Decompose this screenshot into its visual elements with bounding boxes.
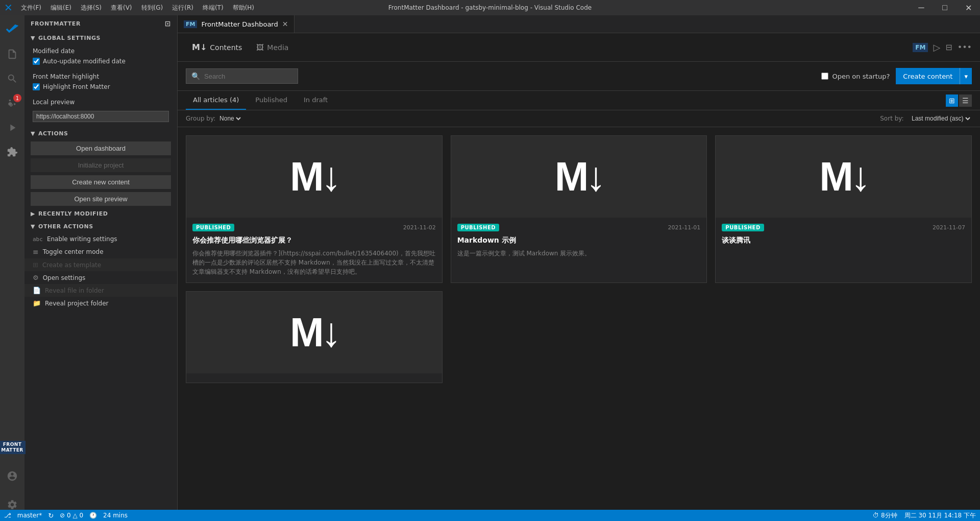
activity-icon-frontmatter[interactable]: FRONTMATTER — [0, 435, 24, 460]
dashboard: M↓ Contents 🖼 Media FM ▷ ⊟ ••• — [178, 33, 980, 521]
tab-fm-icon: FM — [184, 20, 197, 28]
dash-tab-media[interactable]: 🖼 Media — [250, 39, 295, 56]
initialize-project-button: Initialize project — [31, 158, 171, 172]
create-content-dropdown-arrow[interactable]: ▾ — [960, 68, 972, 84]
group-by-label: Group by: — [186, 115, 215, 122]
reveal-file-label: Reveal file in folder — [45, 287, 104, 294]
menu-edit[interactable]: 编辑(E) — [46, 2, 76, 14]
create-new-content-button[interactable]: Create new content — [31, 175, 171, 189]
article-info-1: PUBLISHED 2021-11-02 你会推荐使用哪些浏览器扩展？ 你会推荐… — [186, 218, 442, 282]
open-on-startup-checkbox[interactable] — [821, 73, 828, 80]
article-card-4[interactable]: M↓ — [186, 291, 443, 383]
activity-icon-search[interactable] — [0, 66, 24, 91]
branch-icon: ⎇ — [4, 512, 11, 519]
recently-modified-arrow: ▶ — [31, 210, 35, 217]
reveal-project-folder-label: Reveal project folder — [45, 300, 108, 307]
minimize-button[interactable]: ─ — [910, 0, 933, 15]
play-icon[interactable]: ▷ — [933, 42, 940, 53]
create-as-template-item: ⊞ Create as template — [24, 258, 177, 271]
activity-icon-vscode[interactable] — [0, 17, 24, 42]
errors-status[interactable]: ⊘ 0 △ 0 — [60, 512, 83, 519]
sidebar-collapse-icon[interactable]: ⊡ — [165, 19, 171, 28]
article-status-2: PUBLISHED — [457, 224, 499, 231]
activity-icon-account[interactable] — [0, 464, 24, 488]
window-controls[interactable]: ─ □ ✕ — [910, 0, 980, 15]
close-button[interactable]: ✕ — [957, 0, 980, 15]
activity-icon-source-control[interactable]: 1 — [0, 91, 24, 115]
menu-terminal[interactable]: 终端(T) — [199, 2, 228, 14]
dash-tab-contents[interactable]: M↓ Contents — [186, 38, 248, 56]
auto-update-checkbox-row[interactable]: Auto-update modified date — [33, 58, 169, 65]
highlight-checkbox[interactable] — [33, 83, 40, 90]
grid-view-button[interactable]: ⊞ — [946, 94, 958, 107]
activity-icon-extensions[interactable] — [0, 140, 24, 164]
global-settings-arrow: ▼ — [31, 35, 35, 41]
sort-group-bar: Group by: None Sort by: Last modified (a… — [178, 110, 980, 127]
contents-label: Contents — [210, 43, 242, 52]
article-thumb-1: M↓ — [186, 136, 442, 218]
local-preview-input[interactable] — [33, 111, 169, 122]
article-thumb-2: M↓ — [451, 136, 707, 218]
global-settings-label: GLOBAL SETTINGS — [38, 35, 101, 41]
article-meta-2: PUBLISHED 2021-11-01 — [457, 224, 701, 231]
local-preview-setting: Local preview — [24, 96, 177, 127]
search-box[interactable]: 🔍 — [186, 68, 298, 84]
global-settings-section[interactable]: ▼ GLOBAL SETTINGS — [24, 32, 177, 44]
enable-writing-settings-item[interactable]: abc Enable writing settings — [24, 233, 177, 245]
activity-icon-explorer[interactable] — [0, 42, 24, 66]
reveal-project-folder-item[interactable]: 📁 Reveal project folder — [24, 297, 177, 310]
create-content-button-group[interactable]: Create content ▾ — [896, 68, 972, 84]
front-matter-highlight-label: Front Matter highlight — [33, 73, 169, 80]
dash-header: 🔍 Open on startup? Create content ▾ — [178, 62, 980, 91]
menu-goto[interactable]: 转到(G) — [137, 2, 167, 14]
article-card-3[interactable]: M↓ PUBLISHED 2021-11-07 谈谈腾讯 — [715, 135, 972, 283]
articles-grid: M↓ PUBLISHED 2021-11-02 你会推荐使用哪些浏览器扩展？ 你… — [178, 127, 980, 521]
article-card-2[interactable]: M↓ PUBLISHED 2021-11-01 Markdown 示例 这是一篇… — [451, 135, 707, 283]
article-date-2: 2021-11-01 — [668, 224, 700, 231]
highlight-checkbox-row[interactable]: Highlight Front Matter — [33, 83, 169, 90]
article-meta-3: PUBLISHED 2021-11-07 — [722, 224, 965, 231]
recently-modified-section[interactable]: ▶ RECENTLY MODIFIED — [24, 207, 177, 220]
group-by-select[interactable]: None — [217, 114, 242, 123]
restore-button[interactable]: □ — [933, 0, 957, 15]
menu-run[interactable]: 运行(R) — [168, 2, 198, 14]
activity-icon-run[interactable] — [0, 115, 24, 140]
menu-file[interactable]: 文件(F) — [17, 2, 45, 14]
sync-icon[interactable]: ↻ — [48, 512, 54, 519]
tab-label: FrontMatter Dashboard — [201, 20, 278, 28]
search-input[interactable] — [204, 73, 292, 80]
filter-tab-draft[interactable]: In draft — [297, 91, 335, 110]
auto-update-checkbox[interactable] — [33, 58, 40, 65]
reveal-file-icon: 📄 — [33, 287, 41, 294]
split-icon[interactable]: ⊟ — [945, 42, 952, 52]
open-dashboard-button[interactable]: Open dashboard — [31, 141, 171, 155]
open-settings-item[interactable]: ⚙ Open settings — [24, 271, 177, 284]
sidebar: FRONTMATTER ⊡ ▼ GLOBAL SETTINGS Modified… — [24, 15, 178, 521]
titlebar-menu[interactable]: 文件(F) 编辑(E) 选择(S) 查看(V) 转到(G) 运行(R) 终端(T… — [17, 2, 258, 14]
article-status-1: PUBLISHED — [192, 224, 234, 231]
tab-close-icon[interactable]: ✕ — [282, 20, 288, 28]
status-bar: ⎇ master* ↻ ⊘ 0 △ 0 🕐 24 mins ⏱ 8分钟 周二 3… — [0, 510, 980, 521]
list-view-button[interactable]: ☰ — [959, 94, 972, 107]
menu-select[interactable]: 选择(S) — [77, 2, 106, 14]
filter-tab-all[interactable]: All articles (4) — [186, 91, 246, 110]
branch-name[interactable]: master* — [17, 512, 42, 519]
menu-help[interactable]: 帮助(H) — [229, 2, 258, 14]
open-site-preview-button[interactable]: Open site preview — [31, 192, 171, 206]
actions-label: ACTIONS — [38, 130, 68, 137]
toggle-center-mode-item[interactable]: ≡ Toggle center mode — [24, 245, 177, 258]
sort-by-select[interactable]: Last modified (asc) — [910, 114, 972, 123]
sort-by-label: Sort by: — [880, 115, 903, 122]
more-icon[interactable]: ••• — [958, 42, 972, 52]
create-content-main-btn[interactable]: Create content — [896, 68, 960, 84]
article-card-1[interactable]: M↓ PUBLISHED 2021-11-02 你会推荐使用哪些浏览器扩展？ 你… — [186, 135, 443, 283]
filter-tab-published[interactable]: Published — [248, 91, 295, 110]
other-actions-section[interactable]: ▼ OTHER ACTIONS — [24, 220, 177, 233]
create-as-template-label: Create as template — [42, 262, 101, 269]
actions-section[interactable]: ▼ ACTIONS — [24, 127, 177, 140]
article-info-3: PUBLISHED 2021-11-07 谈谈腾讯 — [716, 218, 971, 255]
timer-status: ⏱ 8分钟 — [873, 511, 897, 520]
open-settings-label: Open settings — [43, 274, 86, 281]
menu-view[interactable]: 查看(V) — [107, 2, 136, 14]
frontmatter-dashboard-tab[interactable]: FM FrontMatter Dashboard ✕ — [178, 15, 295, 33]
